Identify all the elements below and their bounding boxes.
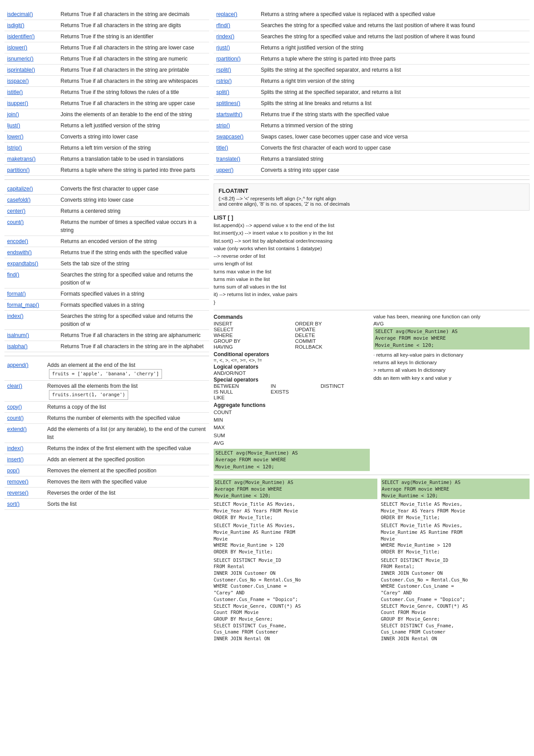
method-name[interactable]: islower()	[4, 42, 58, 53]
dict-info-item: returns all keys In dictionary	[373, 359, 530, 366]
agg-item: AVG	[214, 439, 370, 447]
list-section-item: it) --> returns list in index, value pai…	[214, 291, 530, 298]
method-desc: Returns True if all characters in the st…	[58, 20, 209, 31]
dict-info-item: > returns all values In dictionary	[373, 366, 530, 374]
list-method-name[interactable]: append()	[4, 360, 44, 380]
method-name[interactable]: rstrip()	[214, 76, 258, 87]
method-name[interactable]: isnumeric()	[4, 53, 58, 65]
method-name[interactable]: format()	[4, 289, 58, 300]
method-desc: Returns a centered string	[58, 206, 209, 217]
method-name[interactable]: rjust()	[214, 42, 258, 53]
method-name[interactable]: encode()	[4, 236, 58, 247]
commands-title: Commands	[214, 314, 370, 320]
method-name[interactable]: isupper()	[4, 98, 58, 109]
string-method-row: lstrip()Returns a left trim version of t…	[4, 142, 209, 154]
method-name[interactable]: casefold()	[4, 195, 58, 206]
method-name[interactable]: isidentifier()	[4, 31, 58, 42]
cmd-col2-item: DELETE	[295, 333, 370, 338]
method-name[interactable]: ljust()	[4, 120, 58, 131]
method-name[interactable]: partition()	[4, 165, 58, 176]
left-column: isdecimal()Returns True if all character…	[4, 9, 209, 644]
method-name[interactable]: count()	[4, 217, 58, 236]
method-name[interactable]: join()	[4, 109, 58, 120]
cmd-col1-item: WHERE	[214, 333, 288, 338]
list-section-title: LIST [ ]	[214, 214, 530, 221]
string-method-row: partition()Returns a tuple where the str…	[4, 165, 209, 176]
float-int-desc1: {:<8.2f} --> '<' represents left align (…	[218, 196, 525, 201]
method-name[interactable]: rfind()	[214, 20, 258, 31]
method-desc: Formats specified values in a string	[58, 289, 209, 300]
list-method-desc: Returns the index of the first element w…	[44, 443, 209, 454]
sql-block: SELECT Movie_Title AS Movies, Movie_Year…	[381, 501, 530, 520]
list-method-name[interactable]: pop()	[4, 465, 44, 476]
value-info: value has been, meaning one function can…	[373, 314, 530, 319]
method-name[interactable]: expandtabs()	[4, 258, 58, 269]
method-name[interactable]: swapcase()	[214, 131, 258, 142]
list-method-name[interactable]: copy()	[4, 401, 44, 412]
method-name[interactable]: maketrans()	[4, 154, 58, 165]
method-name[interactable]: isalpha()	[4, 341, 58, 352]
method-name[interactable]: isdecimal()	[4, 9, 58, 20]
method-name[interactable]: find()	[4, 269, 58, 289]
list-section-item: list.append(x) --> append value x to the…	[214, 222, 530, 229]
method-name[interactable]: lstrip()	[4, 142, 58, 154]
method-name[interactable]: title()	[214, 142, 258, 154]
method-name[interactable]: index()	[4, 311, 58, 330]
cmd-col2-item: ROLLBACK	[295, 344, 370, 350]
list-method-row: extend()Add the elements of a list (or a…	[4, 423, 209, 443]
method-name[interactable]: istitle()	[4, 87, 58, 98]
method-name[interactable]: startswith()	[214, 109, 258, 120]
list-method-name[interactable]: extend()	[4, 423, 44, 443]
string-method-row: rjust()Returns a right justified version…	[214, 42, 530, 53]
method-name[interactable]: upper()	[214, 165, 258, 176]
method-name[interactable]: isalnum()	[4, 330, 58, 341]
method-name[interactable]: isspace()	[4, 76, 58, 87]
method-desc: Splits the string at line breaks and ret…	[258, 98, 530, 109]
method-name[interactable]: rindex()	[214, 31, 258, 42]
list-method-row: copy()Returns a copy of the list	[4, 401, 209, 412]
example-box: fruits = ['apple', 'banana', 'cherry']	[49, 369, 162, 379]
method-name[interactable]: rsplit()	[214, 65, 258, 76]
list-method-name[interactable]: remove()	[4, 476, 44, 487]
list-method-name[interactable]: index()	[4, 443, 44, 454]
method-desc: Returns True if all characters in the st…	[58, 341, 209, 352]
string-method-row: ljust()Returns a left justified version …	[4, 120, 209, 131]
string-method-row: strip()Returns a trimmed version of the …	[214, 120, 530, 131]
string-method-row: isdigit()Returns True if all characters …	[4, 20, 209, 31]
special-op-item: LIKE	[214, 395, 264, 400]
method-name[interactable]: translate()	[214, 154, 258, 165]
list-method-name[interactable]: reverse()	[4, 487, 44, 498]
cmd-col1-item: SELECT	[214, 327, 288, 332]
special-op-item: DISTINCT	[321, 383, 370, 389]
right-top-methods-table: replace()Returns a string where a specif…	[214, 9, 530, 176]
string-method-row: count()Returns the number of times a spe…	[4, 217, 209, 236]
method-name[interactable]: isprintable()	[4, 65, 58, 76]
list-method-name[interactable]: count()	[4, 412, 44, 423]
list-method-row: index()Returns the index of the first el…	[4, 443, 209, 454]
method-name[interactable]: isdigit()	[4, 20, 58, 31]
lower-right-area: Commands INSERTORDER BYSELECTUPDATEWHERE…	[214, 314, 530, 471]
method-name[interactable]: format_map()	[4, 300, 58, 311]
list-section-item: urns length of list	[214, 260, 530, 268]
list-method-name[interactable]: insert()	[4, 454, 44, 465]
method-name[interactable]: strip()	[214, 120, 258, 131]
method-name[interactable]: capitalize()	[4, 183, 58, 195]
sql-block: SELECT DISTINCT Movie_ID FROM Rental INN…	[214, 557, 377, 642]
special-op-item	[271, 395, 314, 400]
method-name[interactable]: lower()	[4, 131, 58, 142]
string-method-row: translate()Returns a translated string	[214, 154, 530, 165]
string-method-row: casefold()Converts string into lower cas…	[4, 195, 209, 206]
sql-commands-section: Commands INSERTORDER BYSELECTUPDATEWHERE…	[214, 314, 370, 471]
method-desc: Converts the first character of each wor…	[258, 142, 530, 154]
method-name[interactable]: rpartition()	[214, 53, 258, 65]
list-method-name[interactable]: clear()	[4, 380, 44, 401]
method-name[interactable]: center()	[4, 206, 58, 217]
string-method-row: istitle()Returns True if the string foll…	[4, 87, 209, 98]
list-method-name[interactable]: sort()	[4, 498, 44, 509]
bottom-right-sql: SELECT avg(Movie_Runtime) AS Average FRO…	[381, 479, 530, 644]
method-name[interactable]: splitlines()	[214, 98, 258, 109]
method-name[interactable]: endswith()	[4, 247, 58, 258]
list-section: LIST [ ] list.append(x) --> append value…	[214, 214, 530, 306]
method-name[interactable]: split()	[214, 87, 258, 98]
method-name[interactable]: replace()	[214, 9, 258, 20]
